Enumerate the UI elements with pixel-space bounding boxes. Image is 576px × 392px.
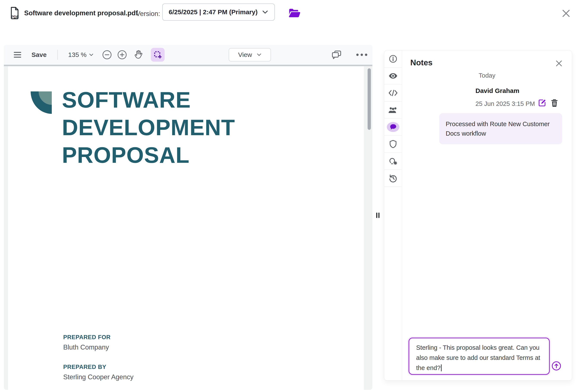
note-delete-button[interactable] [550,99,558,107]
note-edit-button[interactable] [538,99,546,107]
zoom-level-value: 135 % [68,51,86,58]
pdf-file-icon: PDF [9,6,20,20]
chevron-down-icon [257,53,261,56]
note-timestamp: 25 Jun 2025 3:15 PM [475,100,535,107]
eye-icon [388,72,398,80]
zoom-out-button[interactable] [102,50,112,60]
menu-button[interactable] [13,51,22,58]
plus-circle-icon [117,50,127,60]
chevron-down-icon [262,10,268,14]
document-filename: Software development proposal.pdf [24,9,138,17]
shield-icon [389,140,397,149]
send-note-button[interactable] [551,361,561,371]
notes-panel: Notes Today David Graham 25 Jun 2025 3:1… [384,50,572,381]
document-area: SOFTWARE DEVELOPMENT PROPOSAL PREPARED F… [4,66,372,390]
app-window: PDF Software development proposal.pdf Ve… [0,0,576,392]
toolbar-bottom-strip [4,65,372,66]
notes-panel-title: Notes [410,58,432,67]
history-icon [389,174,398,183]
zoom-in-button[interactable] [117,50,127,60]
rail-item-code[interactable] [384,84,402,102]
pdf-page: SOFTWARE DEVELOPMENT PROPOSAL PREPARED F… [8,66,364,390]
ellipsis-icon [355,53,369,57]
zoom-level-dropdown[interactable]: 135 % [68,51,93,58]
note-composer-input[interactable]: Sterling - This proposal looks great. Ca… [409,338,550,375]
minus-circle-icon [102,50,112,60]
close-icon [561,8,571,18]
select-region-tool-button[interactable] [151,48,165,62]
close-window-button[interactable] [560,8,572,19]
send-up-arrow-icon [551,361,561,371]
view-dropdown-label: View [238,51,252,58]
panel-icon-rail [384,51,402,380]
toolbar-divider [58,50,58,60]
version-select[interactable]: 6/25/2025 | 2:47 PM (Primary) [162,3,275,21]
rail-item-info[interactable] [384,51,402,67]
rail-item-ai-assist[interactable] [384,153,402,170]
pdf-toolbar: Save 135 % [4,45,372,65]
hamburger-icon [13,51,22,58]
comments-icon [331,50,342,59]
file-title-group: PDF Software development proposal.pdf [9,6,138,20]
folder-icon [288,7,301,18]
version-label: Version: [136,10,160,18]
notes-close-button[interactable] [555,59,563,68]
hand-icon [134,50,144,60]
text-caret [441,364,442,371]
rail-item-security[interactable] [384,136,402,153]
marquee-select-icon [153,50,162,59]
rail-item-preview[interactable] [384,67,402,84]
prepared-by-label: PREPARED BY [63,364,134,370]
rail-item-notes-selected-bg [387,122,399,132]
more-options-button[interactable] [355,53,369,57]
rail-item-users[interactable] [384,102,402,119]
chevron-down-icon [89,54,93,56]
company-logo-inner [39,91,52,105]
composer-text: Sterling - This proposal looks great. Ca… [416,344,540,371]
users-icon [388,106,398,114]
note-author: David Graham [475,87,519,94]
company-logo [31,91,52,114]
comments-toggle-button[interactable] [331,50,342,59]
trash-icon [550,99,558,107]
rail-item-history[interactable] [384,170,402,187]
pdf-viewer: Save 135 % [4,45,372,390]
rail-item-notes[interactable] [384,119,402,136]
prepared-block: PREPARED FOR Bluth Company PREPARED BY S… [63,334,134,381]
notes-content: Notes Today David Graham 25 Jun 2025 3:1… [402,51,572,380]
lightbulb-gear-icon [388,157,398,165]
note-message-bubble: Processed with Route New Customer Docs w… [439,113,562,144]
save-button[interactable]: Save [31,51,47,58]
prepared-by-value: Sterling Cooper Agency [63,373,134,381]
panel-resize-handle[interactable] [376,213,379,218]
svg-text:PDF: PDF [11,15,19,19]
chat-bubble-icon [389,124,397,130]
vertical-scrollbar[interactable] [368,68,371,130]
edit-pencil-icon [538,99,546,107]
view-dropdown[interactable]: View [229,48,271,61]
resize-bar [376,213,377,218]
prepared-for-value: Bluth Company [63,343,134,351]
pan-tool-button[interactable] [134,50,144,60]
close-icon [555,59,563,68]
prepared-for-label: PREPARED FOR [63,334,134,341]
document-title: SOFTWARE DEVELOPMENT PROPOSAL [62,86,244,169]
resize-bar [378,213,379,218]
code-icon [388,89,398,96]
info-icon [389,55,397,63]
notes-day-group: Today [402,72,572,79]
version-selected-value: 6/25/2025 | 2:47 PM (Primary) [169,8,262,16]
open-folder-button[interactable] [288,6,301,19]
